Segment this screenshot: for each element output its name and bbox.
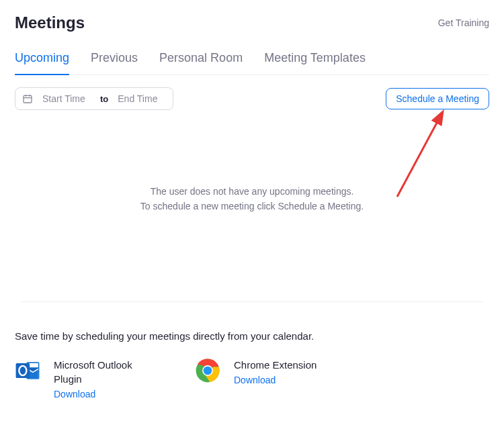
to-label: to: [100, 94, 108, 104]
svg-rect-0: [24, 95, 32, 103]
tab-meeting-templates[interactable]: Meeting Templates: [264, 51, 366, 75]
outlook-icon: [15, 358, 40, 383]
chrome-extension-name: Chrome Extension: [234, 358, 317, 372]
page-title: Meetings: [15, 13, 85, 32]
schedule-meeting-button[interactable]: Schedule a Meeting: [386, 88, 489, 109]
end-time-input[interactable]: [118, 93, 166, 104]
promo-text: Save time by scheduling your meetings di…: [15, 330, 489, 342]
outlook-plugin-name: Microsoft Outlook Plugin: [54, 358, 155, 386]
chrome-download-link[interactable]: Download: [234, 375, 317, 385]
empty-state-line2: To schedule a new meeting click Schedule…: [15, 199, 489, 214]
start-time-input[interactable]: [42, 93, 91, 104]
tabs-bar: Upcoming Previous Personal Room Meeting …: [15, 51, 489, 75]
get-training-link[interactable]: Get Training: [438, 17, 489, 28]
empty-state: The user does not have any upcoming meet…: [15, 184, 489, 214]
tab-personal-room[interactable]: Personal Room: [159, 51, 243, 75]
date-range-picker[interactable]: to: [15, 87, 173, 110]
tab-previous[interactable]: Previous: [91, 51, 138, 75]
calendar-icon: [22, 93, 33, 104]
plugin-chrome: Chrome Extension Download: [195, 358, 317, 399]
tab-upcoming[interactable]: Upcoming: [15, 51, 69, 75]
empty-state-line1: The user does not have any upcoming meet…: [15, 184, 489, 199]
plugin-outlook: Microsoft Outlook Plugin Download: [15, 358, 155, 399]
outlook-download-link[interactable]: Download: [54, 389, 155, 399]
svg-point-12: [204, 366, 212, 375]
divider: [22, 301, 482, 302]
chrome-icon: [195, 358, 220, 383]
